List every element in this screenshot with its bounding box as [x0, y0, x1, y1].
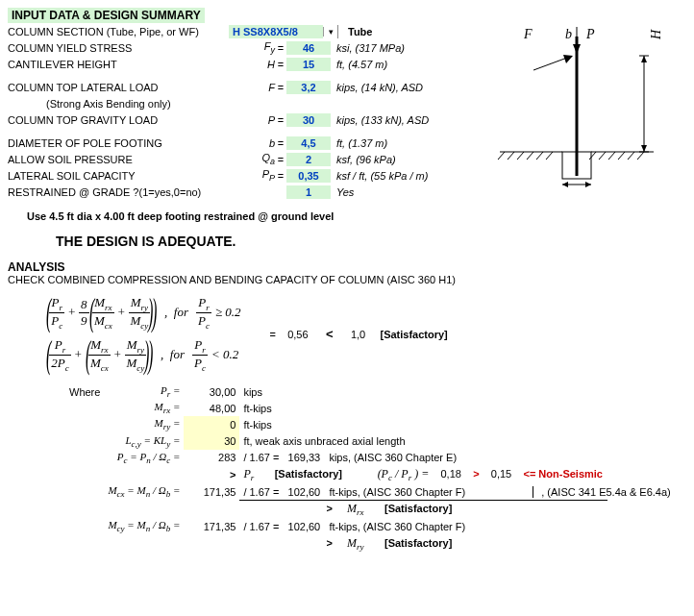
table-row: > Mrx [Satisfactory] [65, 501, 607, 519]
svg-line-18 [637, 152, 644, 160]
Mrx-val: 48,00 [184, 400, 239, 416]
svg-line-9 [517, 152, 524, 160]
svg-marker-2 [573, 44, 581, 54]
svg-line-10 [527, 152, 533, 160]
svg-line-12 [546, 152, 553, 160]
Mrx-unit: ft-kips [239, 400, 607, 416]
where-label: Where [65, 383, 104, 400]
calc-table: Where Pr = 30,00 kips Mrx = 48,00 ft-kip… [65, 383, 607, 553]
svg-line-7 [498, 152, 505, 160]
fig-b: b [565, 27, 572, 42]
Pr-unit: kips [239, 383, 607, 400]
table-row: Mry = 0 ft-kips [65, 416, 607, 432]
label-p: COLUMN TOP GRAVITY LOAD [8, 114, 229, 126]
svg-line-11 [536, 152, 543, 160]
result-verdict: THE DESIGN IS ADEQUATE. [8, 234, 686, 249]
Pr-sat: [Satisfactory] [275, 468, 342, 480]
val-rest[interactable]: 1 [286, 185, 331, 199]
sym-f: F [229, 82, 275, 93]
analysis-title: ANALYSIS [8, 260, 686, 274]
column-diagram: P F H b [471, 27, 673, 190]
unit-f: kips, (14 kN), ASD [331, 82, 423, 93]
PcPr-lim: 0,15 [491, 468, 511, 480]
val-qa[interactable]: 2 [286, 153, 331, 166]
val-b[interactable]: 4,5 [286, 136, 331, 150]
chevron-down-icon[interactable]: ▾ [323, 27, 337, 37]
Pc-v2: 169,33 [288, 452, 321, 463]
Mcx-val: 171,35 [184, 483, 239, 500]
label-rest: RESTRAINED @ GRADE ?(1=yes,0=no) [8, 186, 229, 198]
PcPr-rat: 0,18 [440, 468, 460, 480]
ratio-limit: 1,0 [351, 329, 365, 340]
Pc-val: 283 [184, 450, 239, 466]
svg-line-17 [628, 152, 634, 160]
interaction-equation: ( PrPc + 89 ( MrxMcx + MryMcy ) ) , for … [8, 291, 686, 376]
svg-line-3 [533, 58, 567, 70]
svg-marker-26 [641, 56, 647, 62]
label-f-sub: (Strong Axis Bending only) [8, 98, 267, 110]
footing-note: Use 4.5 ft dia x 4.00 ft deep footing re… [8, 210, 686, 222]
val-pp[interactable]: 0,35 [286, 169, 331, 183]
unit-pp: ksf / ft, (55 kPa / m) [331, 170, 428, 182]
svg-line-16 [618, 152, 625, 160]
label-fy: COLUMN YIELD STRESS [8, 42, 229, 54]
svg-marker-22 [585, 182, 591, 187]
section-header: INPUT DATA & DESIGN SUMMARY [8, 8, 205, 23]
val-fy[interactable]: 46 [286, 41, 331, 55]
table-row: Mcx = Mn / Ωb = 171,35 / 1.67 = 102,60 f… [65, 483, 607, 500]
analysis-check: CHECK COMBINED COMPRESSION AND BENDING C… [8, 274, 686, 285]
Pc-u2: / 1.67 = [243, 452, 279, 463]
Lcy-val: 30 [184, 433, 239, 450]
unit-b: ft, (1.37 m) [331, 137, 387, 149]
unit-fy: ksi, (317 MPa) [331, 42, 405, 54]
ratio-value: 0,56 [287, 329, 308, 340]
sym-fy: Fy [229, 40, 275, 55]
fig-f: F [524, 27, 533, 42]
table-row: Mrx = 48,00 ft-kips [65, 400, 607, 416]
svg-line-14 [599, 152, 606, 160]
unit-rest: Yes [331, 186, 354, 198]
svg-marker-4 [563, 55, 573, 63]
val-f[interactable]: 3,2 [286, 81, 331, 94]
unit-qa: ksf, (96 kPa) [331, 154, 396, 165]
section-dropdown[interactable]: H SS8X8X5/8 ▾ [229, 25, 338, 38]
unit-h: ft, (4.57 m) [331, 59, 387, 70]
table-row: Where Pr = 30,00 kips [65, 383, 607, 400]
fig-h: H [649, 30, 664, 39]
label-h: CANTILEVER HEIGHT [8, 59, 229, 70]
sym-h: H [229, 59, 275, 70]
label-b: DIAMETER OF POLE FOOTING [8, 137, 229, 149]
eq: = [275, 42, 286, 54]
svg-marker-21 [562, 182, 568, 187]
gt: > [184, 466, 239, 483]
gt2: > [473, 468, 479, 480]
sym-qa: Qa [229, 152, 275, 166]
val-h[interactable]: 15 [286, 58, 331, 71]
Pc-u3: kips, (AISC 360 Chapter E) [329, 452, 457, 463]
table-row: > Pr [Satisfactory] (Pc / Pr ) = 0,18 > … [65, 466, 607, 483]
table-row: Pc = Pn / Ωc = 283 / 1.67 = 169,33 kips,… [65, 450, 607, 466]
label-qa: ALLOW SOIL PRESSURE [8, 154, 229, 165]
label-pp: LATERAL SOIL CAPACITY [8, 170, 229, 182]
table-row: > Mry [Satisfactory] [65, 535, 607, 553]
table-row: Lc,y = KLy = 30 ft, weak axis unbraced a… [65, 433, 607, 450]
sym-p: P [229, 114, 275, 126]
section-value: H SS8X8X5/8 [229, 25, 323, 38]
label-f: COLUMN TOP LATERAL LOAD [8, 82, 229, 93]
sym-pp: PP [229, 168, 275, 183]
Lcy-unit: ft, weak axis unbraced axial length [239, 433, 607, 450]
unit-p: kips, (133 kN), ASD [331, 114, 429, 126]
svg-marker-27 [641, 145, 647, 152]
Mcy-val: 171,35 [184, 518, 239, 534]
svg-line-15 [608, 152, 615, 160]
table-row: Mcy = Mn / Ωb = 171,35 / 1.67 = 102,60 f… [65, 518, 607, 534]
section-shape: Tube [338, 26, 372, 37]
Mry-unit: ft-kips [239, 416, 607, 432]
aisc341-note: , (AISC 341 E5.4a & E6.4a) [533, 486, 671, 498]
Pr-val: 30,00 [184, 383, 239, 400]
sym-b: b [229, 137, 275, 149]
svg-line-13 [589, 152, 596, 160]
non-seismic: <= Non-Seismic [523, 468, 603, 480]
fig-p: P [586, 27, 595, 42]
val-p[interactable]: 30 [286, 113, 331, 127]
